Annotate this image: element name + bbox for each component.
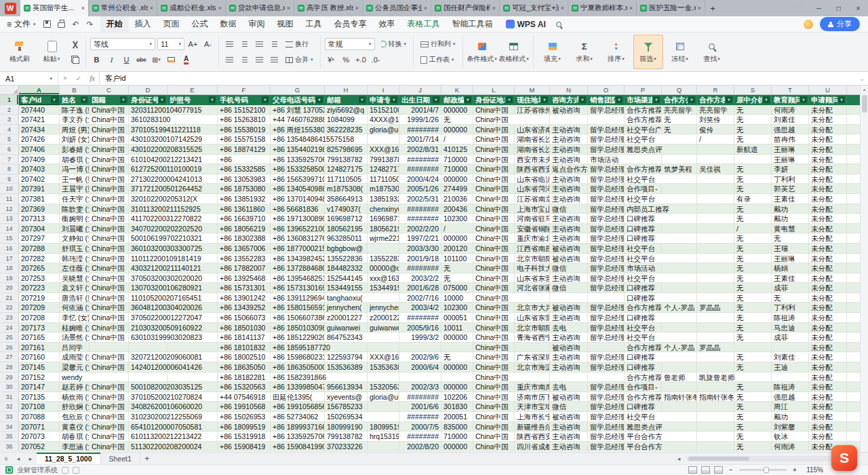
- cell[interactable]: [167, 343, 218, 353]
- cell[interactable]: 无: [734, 115, 772, 125]
- cell[interactable]: 1999/3/2: [399, 332, 441, 343]
- cell[interactable]: 留学总经理: [588, 244, 625, 254]
- cell[interactable]: 956613934: [325, 382, 368, 392]
- menu-tab[interactable]: 公式: [186, 16, 214, 32]
- cell[interactable]: 口碑推荐: [625, 362, 662, 373]
- cell[interactable]: China中国: [473, 373, 515, 383]
- cell[interactable]: 口碑推荐: [625, 293, 662, 303]
- cell[interactable]: [697, 313, 734, 323]
- row-number[interactable]: 14: [0, 224, 19, 234]
- cell[interactable]: 王一帆 (男: [60, 174, 90, 185]
- cell[interactable]: 无: [734, 125, 772, 135]
- cell[interactable]: 362228235: [325, 125, 368, 135]
- cell[interactable]: 10000: [441, 293, 473, 303]
- cell[interactable]: 留学总经理: [588, 442, 625, 452]
- cell[interactable]: 710000: [441, 432, 473, 442]
- cell[interactable]: 强思越: [772, 392, 809, 402]
- cell[interactable]: China中国: [90, 313, 129, 323]
- cell[interactable]: 799138782: [325, 155, 368, 165]
- header-cell[interactable]: 合作方名称▾: [697, 95, 734, 105]
- cell[interactable]: 未分配: [809, 194, 847, 204]
- column-header[interactable]: O: [588, 86, 625, 94]
- cell[interactable]: [697, 422, 734, 432]
- cell[interactable]: China中国: [473, 105, 515, 115]
- cell[interactable]: 陈歆雯 (女: [60, 204, 90, 214]
- row-number[interactable]: 8: [0, 164, 19, 174]
- undo-button[interactable]: [70, 18, 82, 31]
- cell[interactable]: 返点合作方: [550, 164, 588, 174]
- cell[interactable]: ########: [399, 125, 441, 135]
- cell[interactable]: 陈祖涛: [772, 382, 809, 392]
- cell[interactable]: [325, 373, 368, 383]
- cell[interactable]: 2003/4/2: [399, 303, 441, 313]
- column-header[interactable]: K: [441, 86, 473, 94]
- scroll-up-icon[interactable]: ▴: [861, 86, 868, 94]
- add-sheet-button[interactable]: +: [140, 453, 154, 464]
- sheet-tab[interactable]: Sheet1: [101, 453, 140, 464]
- insert-function-button[interactable]: fx: [85, 75, 99, 82]
- cell[interactable]: 207297: [19, 233, 60, 244]
- cell[interactable]: China中国: [473, 402, 515, 412]
- cell[interactable]: 180562195: [368, 224, 399, 234]
- cell[interactable]: 654101200007050581: [129, 422, 167, 432]
- cell[interactable]: China中国: [90, 303, 129, 313]
- row-number[interactable]: 18: [0, 263, 19, 273]
- cell[interactable]: [368, 332, 399, 343]
- cell[interactable]: 李忆 (女): [60, 313, 90, 323]
- cell[interactable]: 口碑推荐: [625, 224, 662, 234]
- cell[interactable]: China中国: [90, 273, 129, 284]
- cell[interactable]: 207409: [19, 155, 60, 165]
- cell[interactable]: 未分配: [809, 174, 847, 185]
- vertical-scroll-thumb[interactable]: [862, 95, 867, 113]
- cell[interactable]: 未分配: [809, 412, 847, 422]
- cell[interactable]: 207165: [19, 332, 60, 343]
- cell[interactable]: +86 15332585: [218, 164, 271, 174]
- cell[interactable]: 未分配: [809, 263, 847, 273]
- column-header[interactable]: B: [60, 86, 90, 94]
- cell[interactable]: +86 13925468: [218, 273, 271, 284]
- row-number[interactable]: 28: [0, 362, 19, 373]
- cell[interactable]: China中国: [473, 194, 515, 204]
- cell[interactable]: [368, 402, 399, 412]
- cell[interactable]: 430103200107142529: [129, 134, 167, 145]
- filter-button-icon[interactable]: ▾: [465, 96, 471, 103]
- cell[interactable]: 王素佳: [772, 273, 809, 284]
- cell[interactable]: +86 1335925706: [271, 155, 325, 165]
- cell[interactable]: China中国: [473, 184, 515, 194]
- cell[interactable]: 710000: [441, 155, 473, 165]
- cell[interactable]: 成雨莹 (女: [60, 352, 90, 362]
- cell[interactable]: 360103200303300725: [129, 244, 167, 254]
- cell[interactable]: 无: [734, 164, 772, 174]
- cell[interactable]: 亮亮留学: [697, 105, 734, 115]
- cell[interactable]: 合作方推荐: [625, 303, 662, 313]
- cell[interactable]: 124827175(: [368, 164, 399, 174]
- cell[interactable]: 2001/7/14: [399, 134, 441, 145]
- cell[interactable]: 新航道: [734, 145, 772, 155]
- cell[interactable]: 留学总经理: [588, 303, 625, 313]
- cell[interactable]: 无: [734, 313, 772, 323]
- column-header[interactable]: A: [19, 86, 60, 94]
- cell[interactable]: 湖南省长沙: [515, 134, 550, 145]
- cell[interactable]: 山东省东营: [515, 313, 550, 323]
- column-header[interactable]: J: [399, 86, 441, 94]
- cell[interactable]: 000000: [441, 442, 473, 452]
- cell[interactable]: 未分配: [809, 352, 847, 362]
- cell[interactable]: 强思越: [772, 125, 809, 135]
- cell[interactable]: z20001227(: [368, 313, 399, 323]
- cell[interactable]: 杨娟: [772, 263, 809, 273]
- cell[interactable]: 207369: [19, 204, 60, 214]
- cell[interactable]: China中国: [473, 273, 515, 284]
- cell[interactable]: 被动咨询: [550, 244, 588, 254]
- zoom-slider-thumb[interactable]: [764, 467, 769, 473]
- cell[interactable]: 胡春琪 (女: [60, 432, 90, 442]
- cell[interactable]: 主动咨询: [550, 362, 588, 373]
- cell[interactable]: 未分配: [809, 303, 847, 313]
- row-number[interactable]: 10: [0, 184, 19, 194]
- cell[interactable]: +86 1991056856: [271, 402, 325, 412]
- cell[interactable]: XXX@163.(: [368, 352, 399, 362]
- cell[interactable]: 主动咨询: [550, 352, 588, 362]
- cell[interactable]: 微信: [550, 263, 588, 273]
- cell[interactable]: +86 1582391866: [271, 373, 325, 383]
- cell[interactable]: +86 16639710: [218, 214, 271, 224]
- header-cell[interactable]: 身份证地址▾: [473, 95, 515, 105]
